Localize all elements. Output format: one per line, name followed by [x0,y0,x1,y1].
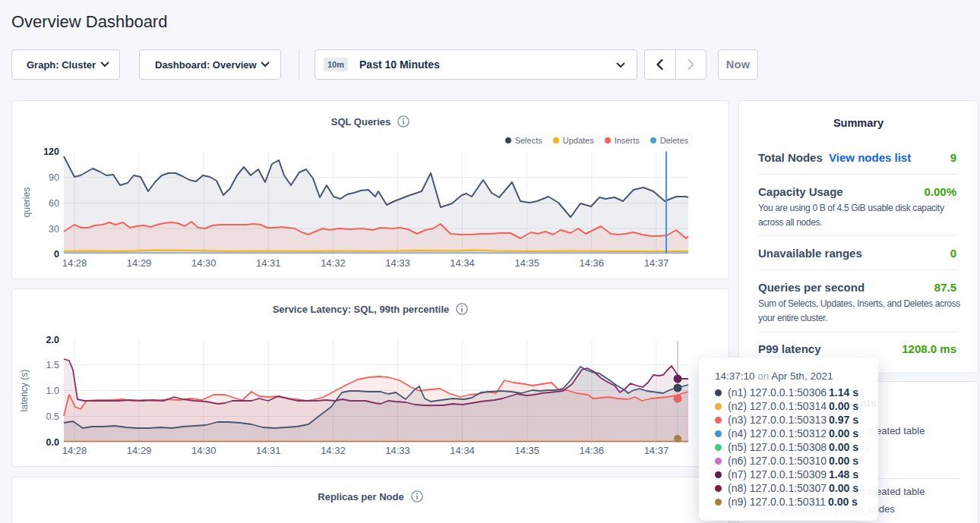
svg-text:latency (s): latency (s) [19,370,30,411]
svg-text:0.0: 0.0 [46,437,59,448]
svg-text:14:29: 14:29 [127,445,152,456]
svg-text:queries: queries [21,187,32,217]
svg-text:14:32: 14:32 [321,257,346,269]
svg-text:14:34: 14:34 [450,257,475,269]
svg-text:1.0: 1.0 [46,386,59,396]
svg-text:14:35: 14:35 [514,445,539,456]
svg-text:120: 120 [43,147,59,157]
svg-text:14:28: 14:28 [62,445,87,456]
svg-text:14:35: 14:35 [514,257,539,269]
svg-text:14:33: 14:33 [385,257,410,269]
svg-text:14:36: 14:36 [580,257,605,269]
svg-text:60: 60 [49,198,59,209]
svg-text:2.0: 2.0 [46,335,59,345]
svg-text:14:30: 14:30 [191,445,217,456]
svg-text:14:31: 14:31 [256,445,281,456]
svg-text:1.5: 1.5 [46,360,59,370]
svg-text:30: 30 [49,224,59,235]
svg-text:0: 0 [54,249,59,260]
svg-text:90: 90 [49,172,59,183]
svg-text:14:28: 14:28 [62,257,87,269]
svg-text:14:37: 14:37 [644,445,669,456]
svg-text:14:32: 14:32 [321,445,346,456]
svg-text:14:33: 14:33 [385,445,410,456]
svg-text:14:34: 14:34 [450,445,475,456]
svg-text:14:36: 14:36 [580,445,605,456]
svg-text:14:29: 14:29 [127,257,152,269]
svg-text:14:37: 14:37 [644,257,669,269]
svg-text:14:30: 14:30 [191,257,217,269]
svg-text:14:31: 14:31 [256,257,281,269]
svg-text:0.5: 0.5 [46,411,59,422]
